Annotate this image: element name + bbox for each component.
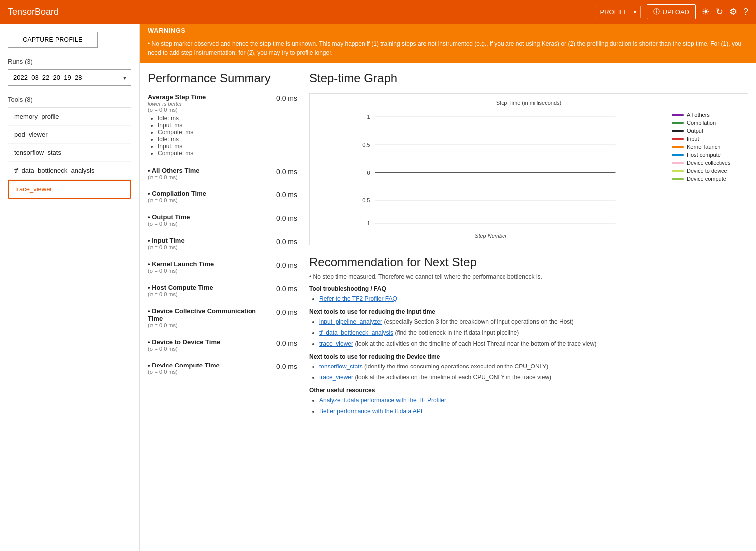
profile-select[interactable]: PROFILE — [596, 6, 641, 18]
metric-labels-7: • Device to Device Time (σ = 0.0 ms) — [148, 338, 220, 352]
metric-item-5: • Host Compute Time (σ = 0.0 ms) 0.0 ms — [148, 284, 297, 297]
metric-label-3: • Input Time — [148, 237, 185, 244]
metric-sigma-5: (σ = 0.0 ms) — [148, 291, 213, 297]
metric-value-8: 0.0 ms — [268, 362, 297, 370]
metric-label-7: • Device to Device Time — [148, 338, 220, 346]
tf-data-api-link[interactable]: Better performance with the tf.data API — [319, 408, 422, 415]
legend-label-0: All others — [687, 112, 710, 118]
bullet-1: Idle: ms — [158, 115, 206, 122]
bullet-6: Compute: ms — [158, 150, 206, 157]
resources-list: Analyze tf.data performance with the TF … — [309, 396, 748, 416]
graph-x-label: Step Number — [316, 233, 666, 239]
trace-viewer-link-device[interactable]: trace_viewer — [319, 374, 353, 381]
topbar: TensorBoard PROFILE ▼ ⓘ UPLOAD ☀ ↻ ⚙ ? — [0, 0, 756, 24]
legend-color-8 — [672, 178, 684, 180]
faq-heading: Tool troubleshooting / FAQ — [309, 285, 748, 292]
graph-svg: 1 0.5 0 -0.5 -1 — [316, 110, 666, 229]
warnings-text: • No step marker observed and hence the … — [148, 36, 748, 60]
runs-dropdown[interactable]: 2022_03_22_20_19_28 — [8, 69, 131, 86]
performance-summary-panel: Performance Summary Average Step Time lo… — [148, 71, 297, 418]
runs-dropdown-wrapper[interactable]: 2022_03_22_20_19_28 ▼ — [8, 69, 131, 86]
metric-value-3: 0.0 ms — [268, 237, 297, 246]
metric-value-4: 0.0 ms — [268, 260, 297, 269]
metric-value-0: 0.0 ms — [268, 167, 297, 176]
recommendation-section: Recommendation for Next Step • No step t… — [309, 255, 748, 416]
tf-data-bottleneck-link[interactable]: tf_data_bottleneck_analysis — [319, 329, 393, 336]
avg-step-time-labels: Average Step Time lower is better (σ = 0… — [148, 93, 206, 157]
legend-label-3: Input — [687, 136, 699, 142]
bullet-4: Idle: ms — [158, 136, 206, 143]
avg-step-time-row: Average Step Time lower is better (σ = 0… — [148, 93, 297, 157]
upload-button[interactable]: ⓘ UPLOAD — [647, 4, 696, 19]
input-tool-1: input_pipeline_analyzer (especially Sect… — [319, 317, 748, 326]
legend-label-7: Device to device — [687, 168, 727, 174]
metric-labels-0: • All Others Time (σ = 0.0 ms) — [148, 167, 200, 180]
content-area: Performance Summary Average Step Time lo… — [140, 63, 756, 426]
metric-labels-8: • Device Compute Time (σ = 0.0 ms) — [148, 362, 220, 375]
metric-sigma-6: (σ = 0.0 ms) — [148, 322, 268, 328]
metric-value-6: 0.0 ms — [268, 307, 297, 316]
upload-icon: ⓘ — [653, 7, 660, 16]
metric-label-6: • Device Collective Communication Time — [148, 307, 268, 322]
input-pipeline-link[interactable]: input_pipeline_analyzer — [319, 318, 382, 325]
tensorflow-stats-link[interactable]: tensorflow_stats — [319, 363, 363, 370]
resource-2: Better performance with the tf.data API — [319, 407, 748, 416]
faq-link-item: Refer to the TF2 Profiler FAQ — [319, 294, 748, 303]
graph-title: Step Time (in milliseconds) — [316, 100, 742, 106]
input-tools-heading: Next tools to use for reducing the input… — [309, 308, 748, 315]
sidebar-item-memory-profile[interactable]: memory_profile — [8, 108, 131, 126]
legend-color-4 — [672, 146, 684, 148]
warning-bullet: • — [148, 40, 150, 47]
topbar-right: PROFILE ▼ ⓘ UPLOAD ☀ ↻ ⚙ ? — [596, 4, 748, 19]
legend-item-1: Compilation — [672, 120, 742, 126]
profile-select-wrapper[interactable]: PROFILE ▼ — [596, 6, 641, 18]
avg-step-time-item: Average Step Time lower is better (σ = 0… — [148, 93, 297, 157]
runs-label: Runs (3) — [8, 58, 131, 65]
sidebar-item-tensorflow-stats[interactable]: tensorflow_stats — [8, 144, 131, 162]
graph-container: Step Time (in milliseconds) 1 0.5 0 -0.5… — [309, 93, 748, 245]
sidebar-item-pod-viewer[interactable]: pod_viewer — [8, 126, 131, 144]
warnings-title: WARNINGS — [148, 27, 748, 34]
metric-label-5: • Host Compute Time — [148, 284, 213, 291]
sidebar: CAPTURE PROFILE Runs (3) 2022_03_22_20_1… — [0, 24, 140, 551]
sidebar-item-trace-viewer[interactable]: trace_viewer — [8, 180, 131, 199]
metric-sigma-1: (σ = 0.0 ms) — [148, 197, 206, 203]
capture-profile-button[interactable]: CAPTURE PROFILE — [8, 32, 98, 48]
metric-label-8: • Device Compute Time — [148, 362, 220, 369]
tf-profiler-link[interactable]: Analyze tf.data performance with the TF … — [319, 397, 446, 404]
metric-sigma-8: (σ = 0.0 ms) — [148, 369, 220, 375]
metric-item-1: • Compilation Time (σ = 0.0 ms) 0.0 ms — [148, 190, 297, 203]
warning-message: No step marker observed and hence the st… — [148, 40, 741, 56]
legend-color-2 — [672, 130, 684, 132]
settings-icon[interactable]: ⚙ — [729, 6, 737, 17]
metric-value-1: 0.0 ms — [268, 190, 297, 199]
metric-sigma-7: (σ = 0.0 ms) — [148, 346, 220, 352]
metric-labels-3: • Input Time (σ = 0.0 ms) — [148, 237, 185, 250]
avg-step-time-sigma: (σ = 0.0 ms) — [148, 107, 206, 113]
metric-sigma-0: (σ = 0.0 ms) — [148, 174, 200, 180]
graph-inner: 1 0.5 0 -0.5 -1 — [316, 110, 742, 239]
svg-text:0.5: 0.5 — [362, 142, 370, 148]
legend-item-7: Device to device — [672, 168, 742, 174]
no-step-text: • No step time measured. Therefore we ca… — [309, 273, 748, 280]
legend-color-7 — [672, 170, 684, 172]
legend-item-8: Device compute — [672, 176, 742, 182]
main-content: WARNINGS • No step marker observed and h… — [140, 24, 756, 551]
svg-text:1: 1 — [367, 114, 370, 120]
trace-viewer-link-input[interactable]: trace_viewer — [319, 340, 353, 347]
legend-item-4: Kernel launch — [672, 144, 742, 150]
legend-label-1: Compilation — [687, 120, 716, 126]
metrics-container: • All Others Time (σ = 0.0 ms) 0.0 ms • … — [148, 167, 297, 375]
refresh-icon[interactable]: ↻ — [716, 6, 723, 17]
bullet-5: Input: ms — [158, 143, 206, 150]
svg-text:0: 0 — [367, 170, 370, 176]
metric-label-1: • Compilation Time — [148, 190, 206, 197]
legend-color-6 — [672, 162, 684, 164]
right-col: Step-time Graph Step Time (in millisecon… — [309, 71, 748, 418]
brightness-icon[interactable]: ☀ — [702, 6, 710, 17]
faq-link[interactable]: Refer to the TF2 Profiler FAQ — [319, 295, 397, 302]
sidebar-item-tf-data[interactable]: tf_data_bottleneck_analysis — [8, 162, 131, 180]
legend-label-8: Device compute — [687, 176, 726, 182]
help-icon[interactable]: ? — [743, 7, 748, 17]
metric-labels-2: • Output Time (σ = 0.0 ms) — [148, 213, 190, 227]
